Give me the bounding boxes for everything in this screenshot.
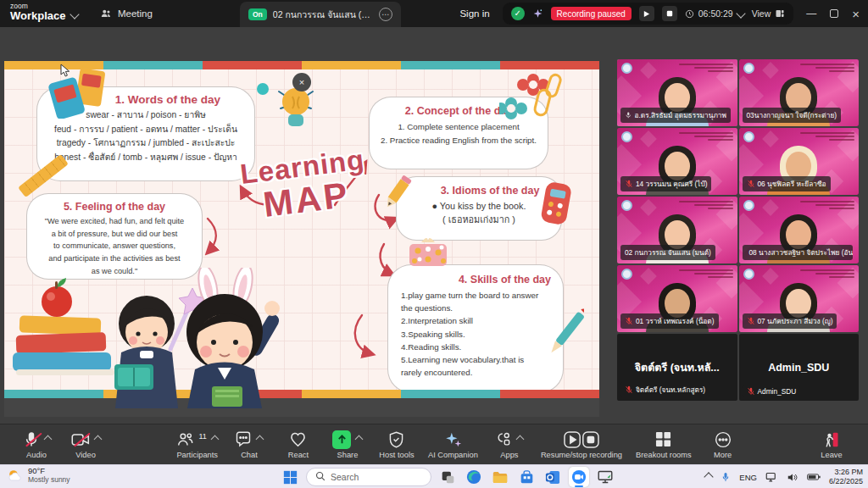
view-grid-icon <box>775 8 785 19</box>
stop-recording-button[interactable] <box>662 6 677 21</box>
toolbar-label: React <box>288 451 309 459</box>
taskbar-icon-files[interactable] <box>490 467 510 487</box>
clock-icon <box>685 9 694 19</box>
section-line: 2. Practice reading English from the scr… <box>370 134 548 147</box>
tab-more-icon[interactable]: ⋯ <box>379 8 392 21</box>
chevron-up-icon[interactable] <box>516 435 525 444</box>
participant-name-label: จิตต์ตรี (จนท.หลักสูตร) <box>620 382 709 397</box>
university-logo <box>743 269 754 280</box>
zoom-meeting-window: zoom Workplace Meeting On 02 กนกวรรณ จัน… <box>0 0 868 488</box>
annotation-close-button[interactable]: × <box>292 73 311 92</box>
gift-icon <box>404 236 452 269</box>
section-line: 2.Interpretation skill <box>388 314 563 327</box>
participant-tile[interactable]: จิตต์ตรี (จนท.หลั...จิตต์ตรี (จนท.หลักสู… <box>617 334 737 401</box>
toolbar-button-react[interactable]: React <box>274 424 323 465</box>
tab-shared-screen[interactable]: On 02 กนกวรรณ จันแสน (มนต์)'s scree… ⋯ <box>240 2 401 27</box>
participant-name-label: อ.ดร.สิรธัมม์ อุดมธรรมานุภาพ <box>620 108 731 123</box>
banner-text <box>679 269 733 278</box>
toolbar-button-ai-companion[interactable]: AI Companion <box>421 424 485 465</box>
participant-name-label: 03นางกาญจนา ใจดี(กระต่าย) <box>743 108 842 123</box>
toolbar-button-audio[interactable]: Audio <box>12 424 61 465</box>
view-button[interactable]: View <box>752 8 786 19</box>
tab-meeting[interactable]: Meeting <box>100 0 153 27</box>
participant-tile[interactable]: 14 วรรนมน คุณศรี (ไบ๊) <box>617 128 737 195</box>
toolbar-button-chat[interactable]: Chat <box>225 424 274 465</box>
section-line: tragedy - โศกนาฏกรรม / jumbled - สะเปะสะ… <box>37 136 254 151</box>
toolbar-button-breakout-rooms[interactable]: Breakout rooms <box>629 424 698 465</box>
phone-icon <box>538 181 574 227</box>
taskbar-icon-zoom[interactable] <box>569 467 589 487</box>
banner-text <box>800 201 854 209</box>
tray-battery-icon[interactable] <box>807 472 821 482</box>
participant-tile[interactable]: 02 กนกวรรณ จันแสน (มนต์) <box>617 197 737 263</box>
section-line: 5.Learning new vocabulary.that is <box>388 353 563 366</box>
taskbar-weather[interactable]: 90°F Mostly sunny <box>7 467 70 485</box>
section-title: 4. Skills of the day <box>388 274 563 286</box>
chevron-up-icon[interactable] <box>256 435 264 444</box>
maximize-button[interactable] <box>830 9 838 18</box>
tray-network-icon[interactable] <box>765 472 778 483</box>
taskbar-icon-edge[interactable] <box>464 467 484 487</box>
toolbar-label: Share <box>337 451 359 459</box>
participant-tile[interactable]: Admin_SDUAdmin_SDU <box>739 334 860 401</box>
section-line: 4.Reading skills. <box>388 341 563 353</box>
tray-speaker-icon[interactable] <box>787 472 798 483</box>
minimize-button[interactable]: — <box>806 8 816 19</box>
section-title: 5. Feeling of the day <box>27 201 202 213</box>
participant-tile[interactable]: 06 นุชฟิลตรี หะยีลาซือ <box>739 128 860 195</box>
taskbar-icon-store[interactable] <box>516 467 537 487</box>
tray-clock[interactable]: 3:26 PM 6/22/2025 <box>829 468 863 487</box>
chevron-up-icon[interactable] <box>210 435 219 444</box>
sign-in-button[interactable]: Sign in <box>459 8 489 19</box>
toolbar-button-recording[interactable]: Resume/stop recording <box>534 424 629 465</box>
university-logo <box>621 269 632 280</box>
participant-tile[interactable]: 01 วราห์ เทพณรงค์ (น็อต) <box>617 265 737 332</box>
toolbar-label: Video <box>75 451 96 459</box>
toolbar-label: Apps <box>500 451 518 459</box>
chevron-down-icon[interactable] <box>70 9 79 19</box>
banner-text <box>679 132 733 141</box>
close-button[interactable]: × <box>852 7 860 21</box>
toolbar-label: Participants <box>176 451 218 459</box>
section-title: 3. Idioms of the day <box>397 185 561 197</box>
participant-tile[interactable]: อ.ดร.สิรธัมม์ อุดมธรรมานุภาพ <box>617 59 737 126</box>
meeting-status-cluster: ✓ Recording paused 06:50:29 View <box>503 3 794 25</box>
taskbar-search[interactable]: Search <box>306 468 431 486</box>
tray-language[interactable]: ENG <box>739 473 757 482</box>
pencil-icon <box>381 173 415 212</box>
chevron-up-icon[interactable] <box>43 435 52 444</box>
toolbar-button-share[interactable]: Share <box>323 424 372 465</box>
chevron-up-icon[interactable] <box>93 435 102 444</box>
toolbar-label: Host tools <box>379 451 414 459</box>
participant-tile[interactable]: 03นางกาญจนา ใจดี(กระต่าย) <box>739 59 860 126</box>
participants-panel: อ.ดร.สิรธัมม์ อุดมธรรมานุภาพ03นางกาญจนา … <box>617 59 859 401</box>
teal-dot <box>257 83 269 95</box>
taskbar-icon-display[interactable] <box>595 467 615 487</box>
search-icon <box>315 471 326 483</box>
participant-tile[interactable]: 08 นางสาวชลฐิษา จิตประไพย (อันนี) <box>739 197 860 263</box>
tray-mic-icon[interactable] <box>721 471 731 483</box>
taskbar-icon-start[interactable] <box>280 467 300 487</box>
resume-recording-button[interactable] <box>639 6 654 21</box>
chevron-up-icon[interactable] <box>355 435 364 444</box>
toolbar-button-participants[interactable]: 11Participants <box>170 424 225 465</box>
taskbar-icon-taskview[interactable] <box>437 467 458 487</box>
toolbar-button-video[interactable]: Video <box>61 424 110 465</box>
section-line: and participate in the activities as bes… <box>27 252 202 265</box>
tray-expand-icon[interactable] <box>704 472 714 481</box>
security-shield-icon[interactable]: ✓ <box>511 7 525 20</box>
flowers-and-clips-icon <box>499 69 564 129</box>
weather-icon <box>7 468 23 484</box>
taskbar-icon-outlook[interactable] <box>542 467 563 487</box>
university-logo <box>621 200 632 211</box>
teal-pencil-icon <box>547 303 584 366</box>
toolbar-button-leave[interactable]: Leave <box>807 424 856 465</box>
toolbar-button-host-tools[interactable]: Host tools <box>372 424 421 465</box>
toolbar-button-more[interactable]: More <box>698 424 748 465</box>
shared-screen-tab-label: 02 กนกวรรณ จันแสน (มนต์)'s scree… <box>273 8 373 22</box>
toolbar-button-apps[interactable]: Apps <box>485 424 534 465</box>
sparkle-icon <box>532 8 543 19</box>
participant-tile[interactable]: 07 นภัคประภา สีม่วง (ญู) <box>739 265 860 332</box>
chevron-down-icon[interactable] <box>736 8 745 18</box>
participant-name-label: 02 กนกวรรณ จันแสน (มนต์) <box>620 245 715 260</box>
